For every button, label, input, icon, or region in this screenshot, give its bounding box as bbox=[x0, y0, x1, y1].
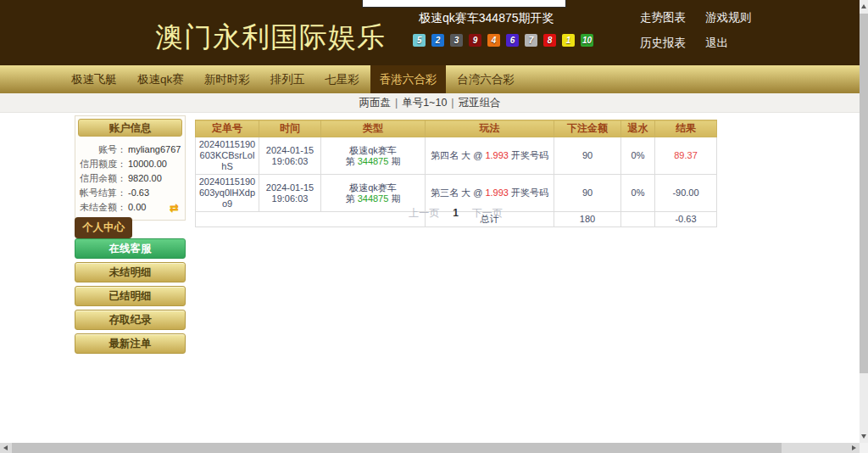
tab-jisu-feiting[interactable]: 极速飞艇 bbox=[62, 65, 126, 93]
horizontal-scrollbar-thumb[interactable] bbox=[12, 443, 782, 453]
col-header-type: 类型 bbox=[321, 120, 426, 137]
col-header-rebate: 退水 bbox=[621, 120, 655, 137]
vertical-scrollbar[interactable] bbox=[860, 0, 868, 443]
scroll-right-icon[interactable] bbox=[852, 445, 856, 450]
col-header-result: 结果 bbox=[655, 120, 717, 137]
account-value: myliang6767 bbox=[128, 143, 181, 157]
refresh-icon[interactable]: ⇄ bbox=[170, 200, 181, 215]
site-header: 澳门永利国际娱乐 极速qk赛车344875期开奖 5 2 3 9 4 6 7 8… bbox=[0, 0, 860, 65]
subnav-danhao[interactable]: 单号1~10 bbox=[402, 97, 447, 109]
period-line: 第 344875 期 bbox=[324, 193, 422, 204]
draw-balls: 5 2 3 9 4 6 7 8 1 10 bbox=[413, 34, 593, 47]
browser-popup-edge bbox=[362, 0, 566, 8]
account-label: 信用额度： bbox=[79, 157, 126, 171]
account-row-credit-balance: 信用余额： 9820.00 bbox=[79, 171, 181, 186]
tab-taiwan-liuhecai[interactable]: 台湾六合彩 bbox=[448, 65, 524, 93]
odds-value: 1.993 bbox=[485, 150, 509, 160]
period-number: 344875 bbox=[358, 193, 389, 204]
header-menu: 走势图表 游戏规则 历史报表 退出 bbox=[640, 10, 751, 51]
bet-time: 19:06:03 bbox=[262, 156, 318, 167]
play-cell[interactable]: 第四名 大 @ 1.993 开奖号码 bbox=[426, 137, 554, 175]
account-rows: 账号： myliang6767 信用额度： 10000.00 信用余额： 982… bbox=[75, 139, 185, 220]
lottery-ball: 3 bbox=[450, 34, 463, 47]
current-page[interactable]: 1 bbox=[453, 207, 459, 219]
time-cell: 2024-01-15 19:06:03 bbox=[259, 137, 321, 175]
menu-history-report[interactable]: 历史报表 bbox=[640, 36, 705, 51]
account-value: -0.63 bbox=[128, 186, 149, 200]
col-header-order-id: 定单号 bbox=[196, 120, 259, 137]
rebate-cell: 0% bbox=[621, 137, 655, 175]
lottery-ball: 10 bbox=[581, 34, 593, 47]
lottery-ball: 6 bbox=[506, 34, 519, 47]
scroll-up-icon[interactable] bbox=[861, 4, 866, 8]
account-label: 帐号结算： bbox=[79, 186, 126, 200]
col-header-play: 玩法 bbox=[426, 120, 554, 137]
account-label: 信用余额： bbox=[79, 171, 126, 186]
result-cell: 89.37 bbox=[655, 137, 717, 175]
account-value: 9820.00 bbox=[128, 171, 162, 186]
account-label: 未结金额： bbox=[79, 200, 126, 215]
page: 澳门永利国际娱乐 极速qk赛车344875期开奖 5 2 3 9 4 6 7 8… bbox=[0, 0, 868, 453]
sidebar-menu: 在线客服 未结明细 已结明细 存取纪录 最新注单 bbox=[75, 238, 186, 354]
menu-trend-chart[interactable]: 走势图表 bbox=[640, 10, 705, 25]
account-row-unsettled: 未结金额： 0.00 ⇄ bbox=[79, 200, 181, 215]
col-header-amount: 下注金额 bbox=[554, 120, 621, 137]
sidebar-item-online-service[interactable]: 在线客服 bbox=[75, 238, 186, 259]
lottery-ball: 2 bbox=[431, 34, 444, 47]
account-value: 0.00 bbox=[128, 200, 146, 215]
order-id-cell: 20240115190603KCBsrLolhS bbox=[196, 137, 259, 175]
account-row-username: 账号： myliang6767 bbox=[79, 143, 181, 157]
tab-jisu-qk[interactable]: 极速qk赛 bbox=[128, 65, 193, 93]
next-page-button[interactable]: 下一页 bbox=[472, 207, 503, 219]
lottery-ball: 8 bbox=[543, 34, 556, 47]
sidebar-item-deposit-record[interactable]: 存取纪录 bbox=[75, 310, 186, 330]
draw-info-text: 极速qk赛车344875期开奖 bbox=[419, 11, 593, 26]
sidebar-item-settled-detail[interactable]: 已结明细 bbox=[75, 286, 186, 306]
sidebar-item-unsettled-detail[interactable]: 未结明细 bbox=[75, 262, 186, 282]
scroll-down-icon[interactable] bbox=[861, 434, 866, 439]
game-nav: 极速飞艇 极速qk赛 新时时彩 排列五 七星彩 香港六合彩 台湾六合彩 bbox=[0, 65, 860, 93]
draw-result-area: 极速qk赛车344875期开奖 5 2 3 9 4 6 7 8 1 10 bbox=[413, 11, 593, 47]
type-cell: 极速qk赛车 第 344875 期 bbox=[321, 137, 426, 175]
subnav-separator: | bbox=[451, 97, 453, 109]
amount-cell: 90 bbox=[554, 137, 621, 175]
account-row-credit-limit: 信用额度： 10000.00 bbox=[79, 157, 181, 171]
period-line: 第 344875 期 bbox=[324, 156, 422, 167]
account-panel-title: 账户信息 bbox=[78, 119, 182, 137]
prev-page-button[interactable]: 上一页 bbox=[409, 207, 439, 219]
lottery-ball: 4 bbox=[487, 34, 500, 47]
bet-time: 19:06:03 bbox=[262, 193, 318, 204]
tab-hongkong-liuhecai[interactable]: 香港六合彩 bbox=[370, 65, 447, 93]
sub-nav: 两面盘|单号1~10|冠亚组合 bbox=[0, 93, 860, 113]
horizontal-scrollbar[interactable] bbox=[0, 443, 860, 453]
period-number: 344875 bbox=[358, 156, 389, 166]
lottery-ball: 7 bbox=[525, 34, 537, 47]
scrollbar-corner bbox=[860, 443, 868, 453]
lottery-ball: 5 bbox=[413, 34, 426, 47]
account-label: 账号： bbox=[79, 143, 126, 157]
lottery-ball: 1 bbox=[562, 34, 575, 47]
account-value: 10000.00 bbox=[128, 157, 167, 171]
tab-qixingcai[interactable]: 七星彩 bbox=[315, 65, 369, 93]
subnav-separator: | bbox=[395, 97, 398, 109]
personal-center-tab: 个人中心 bbox=[75, 217, 132, 238]
tab-xin-shishicai[interactable]: 新时时彩 bbox=[195, 65, 259, 93]
scroll-left-icon[interactable] bbox=[3, 445, 8, 450]
tab-pailiewu[interactable]: 排列五 bbox=[261, 65, 314, 93]
bet-date: 2024-01-15 bbox=[262, 145, 318, 156]
game-name: 极速qk赛车 bbox=[324, 182, 422, 193]
bet-date: 2024-01-15 bbox=[262, 182, 318, 193]
vertical-scrollbar-thumb[interactable] bbox=[860, 14, 868, 373]
menu-game-rules[interactable]: 游戏规则 bbox=[705, 10, 751, 25]
table-row: 20240115190603KCBsrLolhS 2024-01-15 19:0… bbox=[196, 137, 717, 175]
subnav-guanya-zuhe[interactable]: 冠亚组合 bbox=[459, 97, 501, 109]
menu-logout[interactable]: 退出 bbox=[705, 36, 751, 51]
sidebar-item-latest-bets[interactable]: 最新注单 bbox=[75, 333, 186, 354]
lottery-ball: 9 bbox=[469, 34, 481, 47]
odds-value: 1.993 bbox=[485, 187, 509, 198]
subnav-liangmianpan[interactable]: 两面盘 bbox=[359, 97, 391, 109]
site-title: 澳门永利国际娱乐 bbox=[155, 19, 386, 57]
account-row-settlement: 帐号结算： -0.63 bbox=[79, 186, 181, 200]
col-header-time: 时间 bbox=[259, 120, 321, 137]
game-name: 极速qk赛车 bbox=[324, 145, 422, 156]
